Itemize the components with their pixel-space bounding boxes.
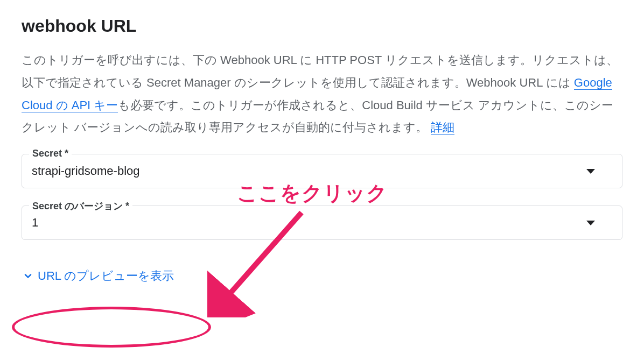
dropdown-icon [586,169,595,174]
section-description: このトリガーを呼び出すには、下の Webhook URL に HTTP POST… [22,49,622,139]
secret-select[interactable]: strapi-gridsome-blog [22,154,622,188]
annotation-ellipse [12,307,211,348]
url-preview-expand-label: URL のプレビューを表示 [38,268,174,284]
url-preview-expand-button[interactable]: URL のプレビューを表示 [22,265,175,287]
secret-label: Secret * [29,148,72,159]
details-link[interactable]: 詳細 [431,121,454,134]
desc-text-1: このトリガーを呼び出すには、下の Webhook URL に HTTP POST… [22,53,618,89]
chevron-down-icon [23,271,33,281]
secret-version-label: Secret のバージョン * [29,200,132,213]
secret-value: strapi-gridsome-blog [32,164,586,178]
secret-version-value: 1 [32,216,586,230]
secret-version-field-group: Secret のバージョン * 1 [22,206,622,240]
secret-field-group: Secret * strapi-gridsome-blog [22,154,622,188]
section-title: webhook URL [22,16,622,36]
dropdown-icon [586,221,595,225]
